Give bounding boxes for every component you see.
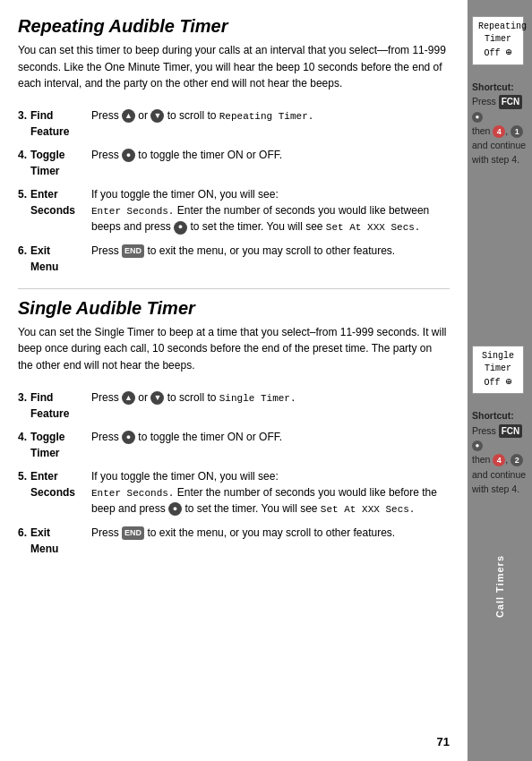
shortcut-num-2: 2 [511, 454, 523, 466]
shortcut-line-5: Press FCN ● [472, 423, 528, 453]
main-content: Repeating Audible Timer You can set this… [0, 0, 468, 761]
table-row: 5. EnterSeconds If you toggle the timer … [18, 466, 450, 522]
feature-name: Repeating Timer. [219, 111, 314, 122]
step-num: 6. [18, 240, 30, 279]
shortcut-circle2: ● [472, 440, 483, 451]
step-label: FindFeature [30, 387, 91, 426]
screen-text2: Set At XXX Secs. [321, 504, 416, 515]
screen-text: Enter Seconds. [91, 206, 174, 217]
single-timer-box: SingleTimer Off ⊕ [472, 346, 524, 395]
section2-title: Single Audible Timer [18, 298, 450, 319]
shortcut-line-6: then 4, 2 [472, 452, 528, 466]
table-row: 6. ExitMenu Press END to exit the menu, … [18, 522, 450, 561]
table-row: 6. ExitMenu Press END to exit the menu, … [18, 240, 450, 279]
step-desc: Press ● to toggle the timer ON or OFF. [91, 426, 450, 466]
sidebar-label: Call Timers [494, 555, 505, 618]
screen-text2: Set At XXX Secs. [326, 222, 421, 233]
down-button[interactable]: ▼ [150, 391, 164, 405]
sidebar-section-1: RepeatingTimer Off ⊕ Shortcut: Press FCN… [472, 16, 528, 171]
shortcut-press-label: Press [472, 96, 499, 107]
step-num: 4. [18, 426, 30, 466]
step-label: ExitMenu [30, 522, 91, 561]
step-label: ExitMenu [30, 240, 91, 279]
step-num: 6. [18, 522, 30, 561]
end-button[interactable]: END [122, 244, 144, 259]
end-button[interactable]: END [122, 526, 144, 541]
sidebar-section-2: SingleTimer Off ⊕ Shortcut: Press FCN ● … [472, 346, 528, 500]
shortcut-num-4b: 4 [493, 454, 505, 466]
section2-steps: 3. FindFeature Press ▲ or ▼ to scroll to… [18, 387, 450, 561]
shortcut-title-2: Shortcut: [472, 408, 528, 423]
step-desc: Press ▲ or ▼ to scroll to Repeating Time… [91, 105, 450, 144]
select-button[interactable]: ● [168, 502, 182, 516]
shortcut-num-1: 1 [511, 125, 523, 138]
shortcut-line-8: with step 4. [472, 482, 528, 496]
shortcut-num-4: 4 [493, 125, 505, 138]
shortcut-circle: ● [472, 112, 483, 123]
section1-intro: You can set this timer to beep during yo… [18, 42, 450, 92]
shortcut-title-1: Shortcut: [472, 80, 528, 94]
section-divider [18, 288, 450, 289]
step-desc: Press ● to toggle the timer ON or OFF. [91, 144, 450, 184]
up-button[interactable]: ▲ [122, 109, 135, 123]
step-desc: Press END to exit the menu, or you may s… [91, 522, 450, 561]
table-row: 4. ToggleTimer Press ● to toggle the tim… [18, 144, 450, 184]
shortcut-group-2: Shortcut: Press FCN ● then 4, 2 and cont… [472, 405, 528, 500]
step-num: 5. [18, 184, 30, 240]
table-row: 4. ToggleTimer Press ● to toggle the tim… [18, 426, 450, 466]
table-row: 3. FindFeature Press ▲ or ▼ to scroll to… [18, 387, 450, 426]
down-button[interactable]: ▼ [150, 109, 164, 123]
select-button[interactable]: ● [174, 221, 187, 235]
step-desc: If you toggle the timer ON, you will see… [91, 184, 450, 240]
step-label: ToggleTimer [30, 426, 91, 466]
step-num: 3. [18, 105, 30, 144]
page-number: 71 [437, 735, 450, 748]
shortcut-line-2: then 4, 1 [472, 124, 528, 138]
fcn-badge2: FCN [499, 424, 523, 439]
shortcut-line-7: and continue [472, 467, 528, 482]
shortcut-press-label2: Press [472, 425, 499, 436]
step-desc: Press ▲ or ▼ to scroll to Single Timer. [91, 387, 450, 426]
sidebar: RepeatingTimer Off ⊕ Shortcut: Press FCN… [468, 0, 532, 761]
shortcut-line-4: with step 4. [472, 152, 528, 167]
step-label: EnterSeconds [30, 466, 91, 522]
up-button[interactable]: ▲ [122, 391, 135, 405]
repeating-timer-box: RepeatingTimer Off ⊕ [472, 16, 524, 65]
step-desc: Press END to exit the menu, or you may s… [91, 240, 450, 279]
single-timer-label: SingleTimer Off ⊕ [482, 351, 514, 388]
select-button[interactable]: ● [122, 431, 135, 444]
section2-intro: You can set the Single Timer to beep at … [18, 324, 450, 374]
table-row: 5. EnterSeconds If you toggle the timer … [18, 184, 450, 240]
section1-title: Repeating Audible Timer [18, 16, 450, 37]
step-num: 3. [18, 387, 30, 426]
step-label: FindFeature [30, 105, 91, 144]
screen-text: Enter Seconds. [91, 488, 174, 499]
step-label: ToggleTimer [30, 144, 91, 184]
step-num: 4. [18, 144, 30, 184]
fcn-badge: FCN [499, 95, 523, 109]
shortcut-line-3: and continue [472, 138, 528, 152]
repeating-timer-label: RepeatingTimer Off ⊕ [478, 21, 527, 58]
step-num: 5. [18, 466, 30, 522]
select-button[interactable]: ● [122, 149, 135, 162]
feature-name: Single Timer. [219, 393, 296, 404]
shortcut-group-1: Shortcut: Press FCN ● then 4, 1 and cont… [472, 76, 528, 171]
shortcut-line-1: Press FCN ● [472, 94, 528, 124]
section1-steps: 3. FindFeature Press ▲ or ▼ to scroll to… [18, 105, 450, 279]
step-desc: If you toggle the timer ON, you will see… [91, 466, 450, 522]
step-label: EnterSeconds [30, 184, 91, 240]
table-row: 3. FindFeature Press ▲ or ▼ to scroll to… [18, 105, 450, 144]
